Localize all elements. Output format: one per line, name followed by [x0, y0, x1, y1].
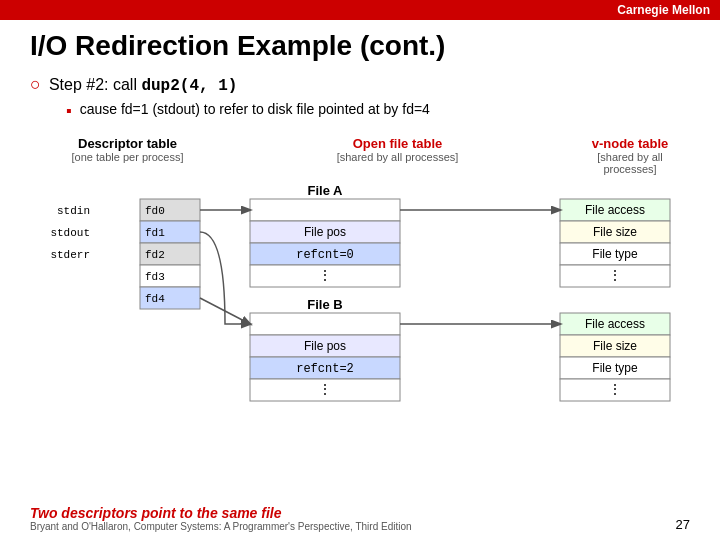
- fd4-label: fd4: [145, 293, 165, 305]
- file-a-pos-label: File pos: [304, 225, 346, 239]
- file-b-dots: ⋮: [318, 381, 332, 397]
- file-b-label: File B: [307, 297, 342, 312]
- stdout-label: stdout: [50, 227, 90, 239]
- file-a-dots: ⋮: [318, 267, 332, 283]
- sub-bullet: ▪ cause fd=1 (stdout) to refer to disk f…: [66, 101, 690, 120]
- main-content: I/O Redirection Example (cont.) ○ Step #…: [0, 20, 720, 412]
- file-a-refcnt-label: refcnt=0: [296, 248, 354, 262]
- sub-bullet-text: cause fd=1 (stdout) to refer to disk fil…: [80, 101, 430, 117]
- file-a-label: File A: [308, 183, 344, 198]
- svg-rect-0: [250, 199, 400, 221]
- file-b-vnode-access: File access: [585, 317, 645, 331]
- descriptor-sub: [one table per process]: [30, 151, 225, 163]
- diagram-area: Descriptor table [one table per process]…: [30, 136, 690, 412]
- two-desc-text: Two descriptors point to the same file: [30, 505, 412, 521]
- file-a-vnode-access: File access: [585, 203, 645, 217]
- open-file-table-header: Open file table [shared by all processes…: [225, 136, 570, 163]
- vnode-sub: [shared by all processes]: [570, 151, 690, 175]
- step-label: Step #2: call dup2(4, 1): [49, 76, 238, 95]
- open-file-sub: [shared by all processes]: [225, 151, 570, 163]
- slide-footer: Two descriptors point to the same file B…: [0, 505, 720, 532]
- page-number: 27: [676, 517, 690, 532]
- file-b-vnode-size: File size: [593, 339, 637, 353]
- diagram-svg: File A File pos refcnt=0 ⋮ File access F…: [30, 179, 690, 409]
- descriptor-title: Descriptor table: [30, 136, 225, 151]
- file-b-vnode-type: File type: [592, 361, 638, 375]
- stdin-label: stdin: [57, 205, 90, 217]
- footer-left: Two descriptors point to the same file B…: [30, 505, 412, 532]
- vnode-table-header: v-node table [shared by all processes]: [570, 136, 690, 175]
- step-line: ○ Step #2: call dup2(4, 1): [30, 74, 690, 95]
- step-code: dup2(4, 1): [141, 77, 237, 95]
- slide-title: I/O Redirection Example (cont.): [30, 30, 690, 62]
- fd2-label: fd2: [145, 249, 165, 261]
- fd3-label: fd3: [145, 271, 165, 283]
- svg-rect-9: [250, 313, 400, 335]
- fd0-label: fd0: [145, 205, 165, 217]
- footer-citation: Bryant and O'Hallaron, Computer Systems:…: [30, 521, 412, 532]
- file-a-vnode-dots: ⋮: [608, 267, 622, 283]
- descriptor-table-header: Descriptor table [one table per process]: [30, 136, 225, 163]
- file-b-pos-label: File pos: [304, 339, 346, 353]
- header-bar: Carnegie Mellon: [0, 0, 720, 20]
- vnode-title: v-node table: [570, 136, 690, 151]
- diagram-svg-wrapper: File A File pos refcnt=0 ⋮ File access F…: [30, 179, 690, 412]
- sub-bullet-square: ▪: [66, 101, 72, 120]
- file-b-vnode-dots: ⋮: [608, 381, 622, 397]
- open-file-title: Open file table: [225, 136, 570, 151]
- file-a-vnode-size: File size: [593, 225, 637, 239]
- fd1-label: fd1: [145, 227, 165, 239]
- bullet-circle: ○: [30, 74, 41, 95]
- file-b-refcnt-label: refcnt=2: [296, 362, 354, 376]
- stderr-label: stderr: [50, 249, 90, 261]
- brand-label: Carnegie Mellon: [617, 3, 710, 17]
- file-a-vnode-type: File type: [592, 247, 638, 261]
